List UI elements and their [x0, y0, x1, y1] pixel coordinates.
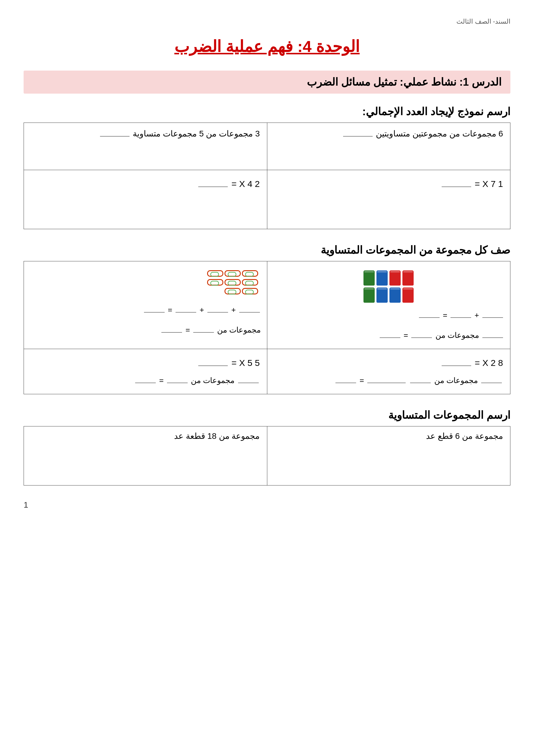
answer-line-3 — [442, 187, 471, 187]
can-5 — [402, 287, 414, 303]
clips-illustration — [30, 267, 261, 297]
section1-row1-right: 6 مجموعات من مجموعتين متساويتين — [267, 123, 510, 170]
can-8 — [364, 287, 375, 303]
section2-right-formula2: مجموعات من = — [273, 328, 504, 343]
clip-8 — [224, 288, 241, 294]
section2-table: + = مجموعات من = — [24, 261, 510, 394]
section3: ارسم المجموعات المتساوية مجموعة من 6 قطع… — [24, 409, 510, 485]
math-expr-right: 1 X 7 = — [274, 179, 503, 189]
section2-left-bottom-formula: مجموعات من = — [31, 373, 260, 388]
clip-3 — [207, 270, 223, 277]
page-number: 1 — [24, 500, 510, 510]
section3-left: مجموعة من 18 قطعة عد — [24, 426, 267, 485]
answer-line-4 — [198, 187, 228, 187]
answer-line-1 — [343, 136, 373, 136]
math-expr-left: 2 X 4 = — [31, 179, 260, 189]
cans-row-1 — [364, 270, 414, 285]
section1-row2-left: 2 X 4 = — [24, 170, 267, 229]
clip-2 — [224, 270, 241, 277]
section2-right-bottom-formula: مجموعات من = — [274, 373, 503, 388]
section2-left-formula2: مجموعات من = — [30, 322, 261, 338]
can-3 — [376, 270, 388, 285]
clip-group-3 — [224, 288, 258, 294]
section1: ارسم نموذج لإيجاد العدد الإجمالي: 6 مجمو… — [24, 105, 510, 229]
section3-table: مجموعة من 6 قطع عد مجموعة من 18 قطعة عد — [24, 426, 510, 485]
section3-right: مجموعة من 6 قطع عد — [267, 426, 510, 485]
cans-row-2 — [364, 287, 414, 303]
section2-right-bottom: 8 X 2 = مجموعات من = — [267, 349, 510, 394]
cans-illustration — [273, 270, 504, 303]
can-7 — [376, 287, 388, 303]
section1-title: ارسم نموذج لإيجاد العدد الإجمالي: — [24, 105, 510, 118]
math-8x2: 8 X 2 = — [274, 358, 503, 368]
section2: صف كل مجموعة من المجموعات المتساوية — [24, 244, 510, 394]
clip-6 — [207, 279, 223, 285]
can-1 — [402, 270, 414, 285]
main-title: الوحدة 4: فهم عملية الضرب — [24, 37, 510, 56]
section2-left-bottom: 5 X 5 = مجموعات من = — [24, 349, 267, 394]
answer-line-2 — [100, 136, 130, 136]
clip-7 — [242, 288, 258, 294]
clip-1 — [242, 270, 258, 277]
section3-title: ارسم المجموعات المتساوية — [24, 409, 510, 421]
can-4 — [364, 270, 375, 285]
section1-row2-right: 1 X 7 = — [267, 170, 510, 229]
section1-table: 6 مجموعات من مجموعتين متساويتين 3 مجموعا… — [24, 122, 510, 229]
clip-4 — [242, 279, 258, 285]
math-5x5: 5 X 5 = — [197, 358, 260, 368]
section2-left-formula1: + + = — [30, 302, 261, 317]
clip-group-2 — [207, 279, 258, 285]
clip-group-1 — [207, 270, 258, 277]
breadcrumb: السند- الصف الثالث — [24, 18, 510, 25]
section1-row1-left: 3 مجموعات من 5 مجموعات متساوية — [24, 123, 267, 170]
can-2 — [390, 270, 401, 285]
lesson-label: الدرس 1: نشاط عملي: تمثيل مسائل الضرب — [24, 70, 510, 94]
clip-5 — [224, 279, 241, 285]
section2-right-top: + = مجموعات من = — [267, 261, 510, 349]
section2-title: صف كل مجموعة من المجموعات المتساوية — [24, 244, 510, 256]
section2-right-formula1: + = — [273, 308, 504, 323]
can-6 — [390, 287, 401, 303]
section2-left-top: + + = مجموعات من = — [24, 261, 267, 349]
